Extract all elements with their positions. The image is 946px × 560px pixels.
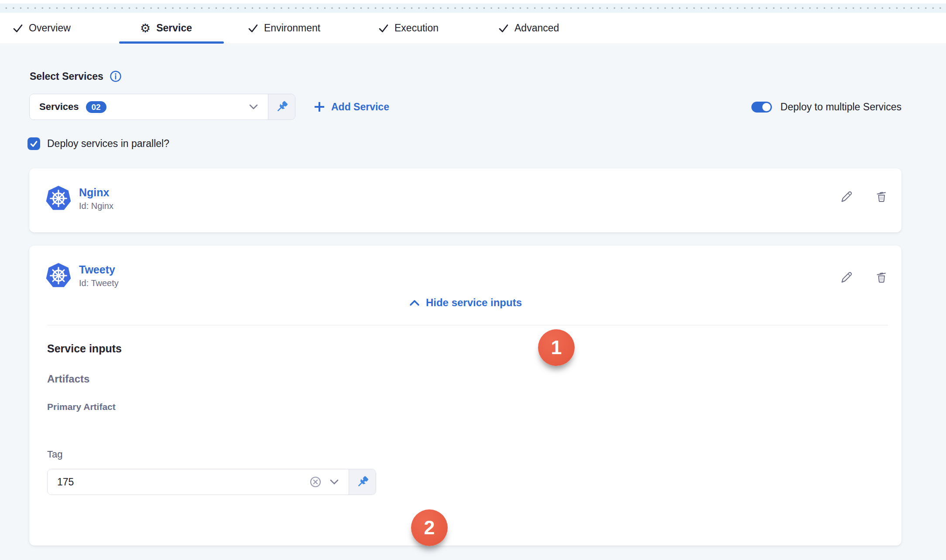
artifacts-heading: Artifacts bbox=[47, 373, 89, 385]
services-select-value: Services bbox=[39, 101, 79, 113]
toggle-knob bbox=[762, 103, 771, 111]
plus-icon bbox=[314, 101, 325, 113]
chevron-down-icon[interactable] bbox=[329, 479, 339, 485]
tag-pin-button[interactable] bbox=[349, 469, 376, 495]
pin-icon bbox=[274, 99, 289, 114]
deploy-multiple-toggle[interactable] bbox=[751, 102, 772, 113]
edit-icon[interactable] bbox=[840, 270, 853, 284]
kubernetes-icon bbox=[45, 185, 72, 212]
service-name-link[interactable]: Nginx bbox=[79, 186, 113, 199]
tag-input[interactable] bbox=[57, 476, 302, 488]
tab-service[interactable]: ⚙︎ Service bbox=[140, 13, 192, 44]
divider bbox=[47, 325, 888, 325]
service-card-tweety: Tweety Id: Tweety bbox=[29, 246, 901, 546]
delete-icon[interactable] bbox=[874, 190, 888, 204]
clear-icon[interactable] bbox=[309, 475, 322, 488]
deploy-parallel-row: Deploy services in parallel? bbox=[27, 137, 169, 150]
services-count-badge: 02 bbox=[86, 101, 106, 113]
kubernetes-icon bbox=[45, 262, 72, 289]
service-card-nginx: Nginx Id: Nginx bbox=[29, 168, 901, 232]
check-icon bbox=[378, 23, 389, 34]
annotation-marker-2: 2 bbox=[411, 509, 448, 546]
pin-icon bbox=[355, 475, 370, 489]
hide-service-inputs-link[interactable]: Hide service inputs bbox=[29, 297, 901, 309]
card-actions bbox=[840, 270, 888, 284]
stage-tab-bar: Overview ⚙︎ Service Environment Executio… bbox=[0, 13, 946, 44]
service-id: Id: Nginx bbox=[79, 201, 113, 211]
add-service-label: Add Service bbox=[331, 101, 389, 113]
check-icon bbox=[498, 23, 509, 34]
tag-field bbox=[47, 469, 376, 495]
select-services-label: Select Services bbox=[30, 71, 103, 82]
select-services-row: Select Services bbox=[30, 70, 122, 83]
tab-overview[interactable]: Overview bbox=[13, 13, 71, 44]
delete-icon[interactable] bbox=[874, 270, 888, 284]
chevron-up-icon bbox=[409, 299, 420, 307]
tab-label: Execution bbox=[394, 22, 439, 34]
hide-service-inputs-label: Hide service inputs bbox=[426, 297, 522, 309]
service-id: Id: Tweety bbox=[79, 278, 119, 288]
pipeline-stage-config-screen: Overview ⚙︎ Service Environment Executio… bbox=[0, 0, 946, 560]
check-icon bbox=[248, 23, 258, 34]
services-select-pin-button[interactable] bbox=[268, 94, 295, 120]
annotation-marker-1: 1 bbox=[538, 329, 575, 366]
deploy-multiple-row: Deploy to multiple Services bbox=[751, 94, 901, 120]
chevron-down-icon[interactable] bbox=[249, 104, 258, 110]
gear-icon: ⚙︎ bbox=[140, 22, 151, 34]
tab-label: Advanced bbox=[514, 22, 559, 34]
check-icon bbox=[13, 23, 23, 34]
tab-advanced[interactable]: Advanced bbox=[498, 13, 559, 44]
services-select-main[interactable]: Services 02 bbox=[30, 94, 268, 120]
deploy-multiple-label: Deploy to multiple Services bbox=[781, 101, 901, 113]
tab-environment[interactable]: Environment bbox=[248, 13, 320, 44]
deploy-parallel-checkbox[interactable] bbox=[27, 137, 40, 150]
service-head: Nginx Id: Nginx bbox=[45, 185, 113, 212]
tab-label: Overview bbox=[29, 22, 71, 34]
tag-label: Tag bbox=[47, 449, 62, 460]
annotation-number: 2 bbox=[424, 516, 435, 539]
card-actions bbox=[840, 190, 888, 204]
service-inputs-title: Service inputs bbox=[47, 342, 122, 355]
edit-icon[interactable] bbox=[840, 190, 853, 204]
canvas-dot-strip bbox=[0, 3, 946, 13]
primary-artifact-heading: Primary Artifact bbox=[47, 402, 116, 412]
annotation-number: 1 bbox=[551, 336, 562, 359]
active-tab-underline bbox=[119, 41, 224, 44]
service-name-link[interactable]: Tweety bbox=[79, 263, 119, 276]
add-service-button[interactable]: Add Service bbox=[314, 94, 389, 120]
tag-field-main bbox=[48, 469, 349, 495]
tab-label: Environment bbox=[264, 22, 320, 34]
tab-label: Service bbox=[156, 22, 192, 34]
tab-execution[interactable]: Execution bbox=[378, 13, 439, 44]
services-select[interactable]: Services 02 bbox=[29, 94, 295, 120]
service-tab-content: Select Services Services 02 bbox=[0, 44, 946, 560]
deploy-parallel-label: Deploy services in parallel? bbox=[47, 138, 169, 150]
service-head: Tweety Id: Tweety bbox=[45, 262, 119, 289]
info-icon[interactable] bbox=[109, 70, 122, 83]
